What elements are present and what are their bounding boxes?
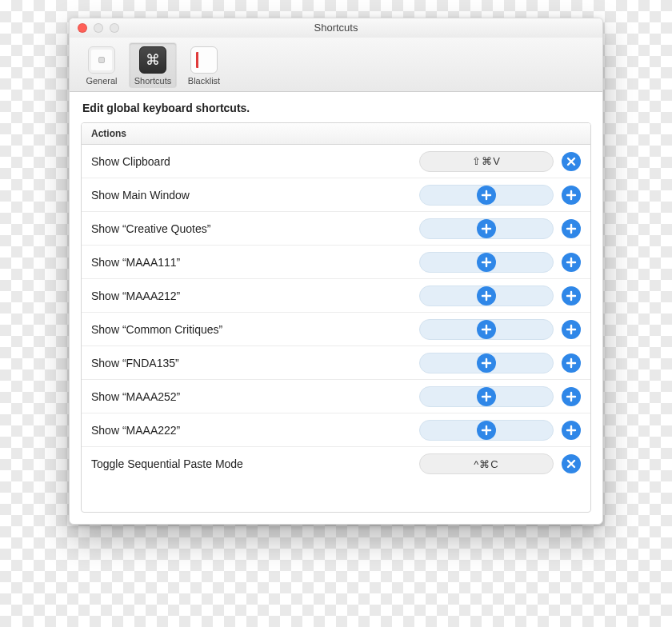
plus-icon (477, 421, 496, 440)
shortcut-field[interactable] (419, 319, 554, 340)
table-body: Show Clipboard⇧⌘VShow Main WindowShow “C… (82, 145, 590, 512)
add-shortcut-button[interactable] (562, 186, 581, 205)
shortcut-field[interactable] (419, 420, 554, 441)
table-row[interactable]: Show Main Window (82, 178, 590, 212)
titlebar: Shortcuts (70, 18, 602, 38)
action-label: Show “FNDA135” (91, 357, 411, 369)
shortcuts-table: Actions Show Clipboard⇧⌘VShow Main Windo… (81, 122, 591, 513)
shortcut-field[interactable] (419, 386, 554, 407)
shortcut-field[interactable] (419, 286, 554, 306)
table-row[interactable]: Show “Creative Quotes” (82, 212, 590, 246)
close-window-button[interactable] (78, 23, 87, 33)
table-row[interactable]: Toggle Sequential Paste Mode^⌘C (82, 447, 590, 481)
shortcut-field[interactable] (419, 185, 554, 206)
column-header-actions: Actions (91, 128, 126, 139)
action-label: Show “Common Critiques” (91, 323, 411, 336)
shortcut-field[interactable]: ⇧⌘V (419, 151, 554, 172)
table-row[interactable]: Show “MAAA212” (82, 279, 590, 313)
table-row[interactable]: Show “MAAA222” (82, 413, 590, 447)
clear-shortcut-button[interactable] (562, 454, 581, 473)
tab-shortcuts[interactable]: ⌘ Shortcuts (129, 42, 177, 88)
action-label: Show “MAAA212” (91, 290, 411, 302)
plus-icon (477, 320, 496, 339)
add-shortcut-button[interactable] (562, 286, 581, 306)
plus-icon (477, 353, 496, 373)
action-label: Show Main Window (91, 189, 411, 202)
general-icon (88, 46, 115, 74)
minimize-window-button[interactable] (94, 23, 103, 33)
shortcut-field[interactable] (419, 218, 554, 239)
add-shortcut-button[interactable] (562, 219, 581, 238)
zoom-window-button[interactable] (110, 23, 119, 33)
plus-icon (477, 219, 496, 238)
action-label: Show “MAAA111” (91, 256, 411, 269)
tab-label: Shortcuts (134, 76, 171, 86)
table-row[interactable]: Show “MAAA111” (82, 246, 590, 279)
add-shortcut-button[interactable] (562, 421, 581, 440)
shortcut-value: ⇧⌘V (472, 155, 501, 167)
shortcut-field[interactable] (419, 252, 554, 273)
add-shortcut-button[interactable] (562, 387, 581, 406)
shortcut-value: ^⌘C (474, 458, 499, 470)
plus-icon (477, 286, 496, 306)
toolbar: General ⌘ Shortcuts Blacklist (70, 38, 602, 92)
plus-icon (477, 253, 496, 272)
table-row[interactable]: Show “Common Critiques” (82, 313, 590, 346)
tab-label: General (86, 76, 117, 86)
content-area: Edit global keyboard shortcuts. Actions … (70, 92, 602, 524)
action-label: Toggle Sequential Paste Mode (91, 457, 411, 470)
add-shortcut-button[interactable] (562, 320, 581, 339)
table-row[interactable]: Show “MAAA252” (82, 380, 590, 413)
shortcut-field[interactable]: ^⌘C (419, 453, 554, 474)
section-heading: Edit global keyboard shortcuts. (81, 100, 591, 122)
table-header: Actions (82, 123, 590, 145)
action-label: Show “MAAA222” (91, 424, 411, 437)
table-row[interactable]: Show “FNDA135” (82, 346, 590, 380)
table-row[interactable]: Show Clipboard⇧⌘V (82, 145, 590, 178)
shortcut-field[interactable] (419, 353, 554, 373)
plus-icon (477, 387, 496, 406)
blacklist-icon (190, 46, 218, 74)
add-shortcut-button[interactable] (562, 253, 581, 272)
command-icon: ⌘ (139, 46, 166, 74)
add-shortcut-button[interactable] (562, 353, 581, 373)
plus-icon (477, 186, 496, 205)
action-label: Show “Creative Quotes” (91, 222, 411, 235)
tab-general[interactable]: General (78, 42, 126, 88)
action-label: Show Clipboard (91, 155, 411, 168)
preferences-window: Shortcuts General ⌘ Shortcuts Blacklist … (69, 18, 603, 525)
clear-shortcut-button[interactable] (562, 152, 581, 171)
tab-blacklist[interactable]: Blacklist (180, 42, 228, 88)
tab-label: Blacklist (188, 76, 220, 86)
window-controls (78, 18, 119, 37)
window-title: Shortcuts (314, 22, 358, 34)
action-label: Show “MAAA252” (91, 390, 411, 403)
